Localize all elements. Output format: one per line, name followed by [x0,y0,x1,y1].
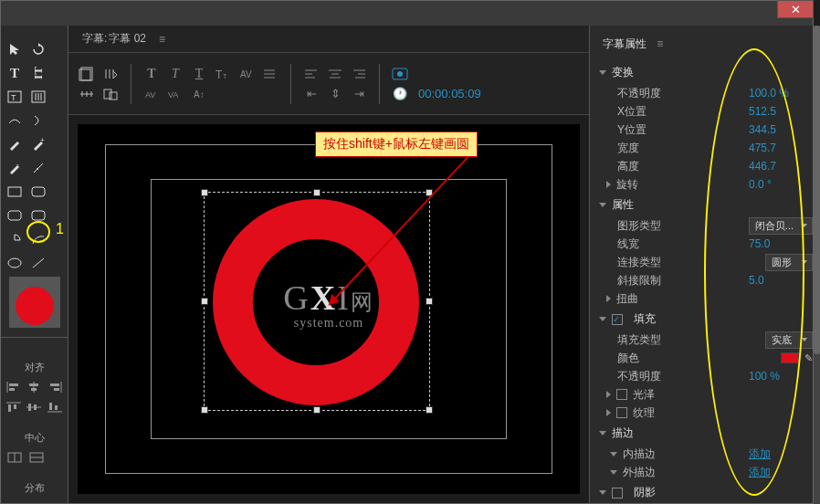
rotate-tool[interactable] [28,39,48,59]
align-hcenter-icon[interactable] [26,381,41,394]
height-value[interactable]: 446.7 [749,160,813,173]
add-outer-stroke-link[interactable]: 添加 [749,465,813,480]
group-fill[interactable]: 填充 [590,308,813,331]
group-transform[interactable]: 变换 [590,61,813,84]
x-position-value[interactable]: 512.5 [749,105,813,118]
texture-checkbox[interactable] [616,407,627,418]
align-bottom-icon[interactable] [47,401,62,414]
group-shadow[interactable]: 阴影 [590,481,813,504]
width-value[interactable]: 475.7 [749,142,813,154]
wedge-tool[interactable] [5,229,25,249]
font-size-icon[interactable]: TT [214,66,232,82]
chevron-right-icon[interactable] [606,295,611,302]
fill-color-chip[interactable] [781,352,799,363]
show-video-icon[interactable] [391,66,409,82]
resize-handle-nw[interactable] [201,189,208,196]
y-position-value[interactable]: 344.5 [749,123,813,136]
selection-bounding-box[interactable] [204,192,430,411]
distribute-section-header: 分布 [1,467,68,498]
eyedropper-icon[interactable]: ✎ [804,352,813,364]
tab-stops-icon[interactable] [78,86,96,102]
vertical-path-type-tool[interactable] [28,110,48,131]
properties-panel: 字幕属性 ≡ 变换 不透明度100.0 % X位置512.5 Y位置344.5 … [590,26,813,503]
align-right-icon[interactable] [47,381,62,394]
vertical-area-type-tool[interactable] [28,87,48,107]
opacity-label: 不透明度 [617,86,749,101]
chevron-down-icon [599,203,606,207]
inner-stroke-label: 内描边 [623,446,749,462]
chevron-down-icon[interactable] [610,452,617,457]
resize-handle-n[interactable] [313,189,321,196]
align-left-icon[interactable] [6,381,21,394]
chevron-down-icon[interactable] [610,470,617,475]
resize-handle-se[interactable] [426,406,433,414]
center-horizontal-icon[interactable] [28,451,45,464]
fill-opacity-value[interactable]: 100 % [749,370,813,383]
rotation-value[interactable]: 0.0 ° [749,178,813,191]
opacity-value[interactable]: 100.0 % [749,87,813,100]
timecode-value[interactable]: 00:00:05:09 [418,87,481,100]
close-button[interactable]: ✕ [777,0,814,18]
path-type-tool[interactable] [5,110,25,131]
selection-tool[interactable] [5,39,25,59]
svg-rect-15 [32,187,45,196]
center-vertical-icon[interactable] [6,451,23,464]
vertical-scrollbar-thumb[interactable] [814,26,820,354]
canvas[interactable]: GXI网 system.com [78,124,580,494]
shadow-checkbox[interactable] [612,488,623,499]
bold-icon[interactable]: T [142,66,161,82]
sheen-checkbox[interactable] [616,389,627,400]
italic-icon[interactable]: T [166,66,184,82]
tab-left-icon[interactable]: ⇤ [302,86,321,102]
rounded-rectangle-tool[interactable] [28,182,48,202]
align-text-right-icon[interactable] [350,66,368,82]
clipped-rectangle-tool[interactable] [5,205,25,226]
editor-menu-icon[interactable]: ≡ [159,33,165,46]
type-tool[interactable]: T [5,63,25,83]
kerning-icon[interactable]: AV [237,66,256,82]
panel-menu-icon[interactable]: ≡ [657,37,663,50]
new-based-on-icon[interactable] [101,86,120,102]
align-text-left-icon[interactable] [302,66,321,82]
align-vcenter-icon[interactable] [26,401,41,414]
fill-type-select[interactable]: 实底 [765,331,813,349]
baseline-shift-icon[interactable]: A↕ [190,86,208,102]
fill-checkbox[interactable] [612,314,623,325]
underline-icon[interactable]: T [190,66,208,82]
chevron-right-icon[interactable] [606,391,611,398]
join-type-select[interactable]: 圆形 [765,254,813,271]
resize-handle-ne[interactable] [426,189,433,196]
add-anchor-tool[interactable]: + [28,134,48,154]
resize-handle-s[interactable] [313,406,321,414]
rectangle-tool[interactable] [5,182,25,202]
resize-handle-w[interactable] [201,298,208,305]
align-text-center-icon[interactable] [326,66,344,82]
ellipse-tool[interactable] [5,253,25,273]
line-width-value[interactable]: 75.0 [749,237,813,250]
area-type-tool[interactable]: T [5,87,25,107]
convert-anchor-tool[interactable] [28,158,48,178]
chevron-right-icon[interactable] [606,409,611,416]
template-icon[interactable] [78,66,96,82]
line-tool[interactable] [28,253,48,273]
pen-tool[interactable] [5,134,25,154]
miter-limit-value[interactable]: 5.0 [749,274,813,287]
roll-crawl-icon[interactable] [101,66,120,82]
foreground-color-swatch[interactable] [16,287,54,325]
chevron-right-icon[interactable] [606,181,611,188]
shape-type-select[interactable]: 闭合贝... [749,217,813,235]
delete-anchor-tool[interactable]: - [5,158,25,178]
leading-icon[interactable] [261,66,279,82]
resize-handle-sw[interactable] [201,406,208,414]
svg-rect-30 [14,404,16,409]
small-caps-icon[interactable]: AV [142,86,161,102]
add-inner-stroke-link[interactable]: 添加 [749,446,813,462]
vertical-type-tool[interactable]: IT [28,63,48,83]
resize-handle-e[interactable] [426,298,433,305]
align-top-icon[interactable] [6,401,21,414]
tracking-icon[interactable]: VA [166,86,184,102]
group-stroke[interactable]: 描边 [590,422,813,445]
group-attributes[interactable]: 属性 [590,194,813,216]
tab-right-icon[interactable]: ⇥ [350,86,368,102]
tab-center-icon[interactable]: ⇕ [326,86,344,102]
